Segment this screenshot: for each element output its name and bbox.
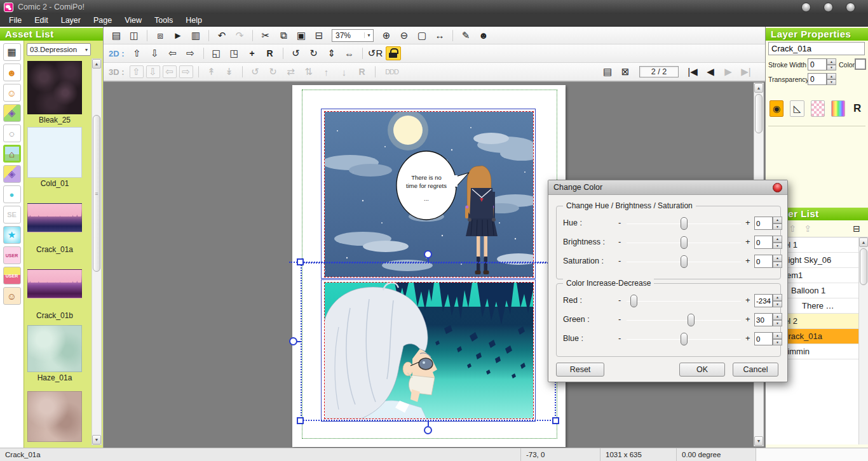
spin-down-icon[interactable]: ▼ [773,301,782,308]
move-layer-up-icon[interactable]: ⇧ [786,222,799,235]
dialog-close-button[interactable] [773,183,782,192]
saturation-stepper[interactable]: ▲▼ [754,255,782,268]
item-3d-category-icon[interactable]: ◈ [3,104,21,122]
hue-slider[interactable] [627,215,741,232]
layer-name-field[interactable] [768,42,865,55]
flip-vertical-icon[interactable]: ⇕ [324,46,339,60]
brightness-slider[interactable] [627,234,741,251]
red-stepper[interactable]: ▲▼ [754,294,782,307]
face-front-icon[interactable]: ↑ [319,65,334,79]
scale-down-3d-icon[interactable]: ↡ [222,65,237,79]
brightness-value[interactable] [754,236,773,249]
green-slider[interactable] [627,312,741,328]
scrollbar-thumb[interactable]: ≡ [93,115,100,272]
maximize-button[interactable] [824,3,833,12]
new-page-icon[interactable]: ▤ [600,65,615,79]
menu-tools[interactable]: Tools [148,15,179,26]
slider-handle[interactable] [630,295,637,307]
spin-down-icon[interactable]: ▼ [827,79,836,86]
dialog-title-bar[interactable]: Change Color [548,180,787,195]
reset-pose-icon[interactable]: R [355,65,370,79]
water-drop-category-icon[interactable]: ● [3,185,21,203]
spin-down-icon[interactable]: ▼ [827,65,836,71]
slider-handle[interactable] [688,314,695,326]
spin-down-icon[interactable]: ▼ [773,339,782,346]
spin-down-icon[interactable]: ▼ [773,224,782,230]
asset-thumbnail[interactable] [27,127,82,178]
last-page-icon[interactable]: ▶| [738,65,754,79]
menu-view[interactable]: View [118,15,148,26]
asset-thumbnail[interactable] [27,269,82,298]
slider-handle[interactable] [681,217,688,230]
close-button[interactable] [846,3,855,12]
selection-rotate-handle-top[interactable] [424,250,432,258]
move-down-icon[interactable]: ⇩ [147,46,163,60]
selection-handle-top-left[interactable] [297,258,304,265]
first-page-icon[interactable]: |◀ [685,65,700,79]
asset-item[interactable] [27,391,82,443]
asset-thumbnail[interactable] [27,203,82,232]
asset-item[interactable]: Cold_01 [27,127,82,188]
zoom-combo[interactable]: 37% ▾ [332,29,374,42]
blue-value[interactable] [754,332,773,345]
scroll-up-icon[interactable]: ▲ [859,237,868,247]
spin-up-icon[interactable]: ▲ [773,294,782,301]
selection-handle-bottom-left[interactable] [297,417,304,424]
layout-category-icon[interactable]: ▦ [3,43,21,61]
selection-rect[interactable] [301,262,556,421]
flip-horizontal-icon[interactable]: ⇔ [342,46,357,60]
spin-down-icon[interactable]: ▼ [773,243,782,250]
asset-thumbnail[interactable] [27,61,82,114]
delete-layer-icon[interactable]: ⊟ [850,222,863,235]
spin-up-icon[interactable]: ▲ [773,255,782,262]
zoom-in-icon[interactable]: ⊕ [379,29,394,43]
fit-width-icon[interactable]: ↔ [432,29,447,43]
paste-icon[interactable]: ▣ [294,29,309,43]
transparency-value[interactable] [808,73,827,85]
print-icon[interactable]: ▥ [188,29,203,43]
balloon-category-icon[interactable]: ◌ [3,124,21,142]
brightness-stepper[interactable]: ▲▼ [754,236,782,249]
prev-page-icon[interactable]: ◀ [703,65,718,79]
select-tool-icon[interactable]: ► [170,29,186,43]
saturation-slider[interactable] [627,253,741,270]
hue-stepper[interactable]: ▲▼ [754,217,782,230]
delete-icon[interactable]: ⊟ [311,29,327,43]
spin-down-icon[interactable]: ▼ [773,262,782,269]
spin-up-icon[interactable]: ▲ [827,73,836,79]
item-2d-category-icon[interactable]: ◈ [3,165,21,183]
saturation-value[interactable] [754,255,773,268]
scroll-up-icon[interactable]: ▲ [754,83,763,93]
spin-up-icon[interactable]: ▲ [773,313,782,320]
menu-file[interactable]: File [3,15,28,26]
move-left-3d-icon[interactable]: ⇦ [163,65,177,78]
scale-up-icon[interactable]: ◱ [209,46,224,60]
free-move-icon[interactable]: + [245,46,260,60]
save-icon[interactable]: ◫ [126,29,142,43]
red-value[interactable] [754,294,773,307]
selection-handle-bottom-right[interactable] [552,417,559,424]
spin-up-icon[interactable]: ▲ [827,58,836,65]
reset-properties-icon[interactable]: R [850,100,864,117]
scroll-down-icon[interactable]: ▼ [92,435,101,444]
asset-item[interactable]: Crack_01b [27,259,82,320]
export-3d-icon[interactable]: ⧈ [153,29,168,43]
fit-page-icon[interactable]: ▢ [414,29,430,43]
asset-category-dropdown[interactable]: 03.Depression ▾ [27,43,91,56]
rotate-cw-icon[interactable]: ↻ [306,46,322,60]
character-category-icon[interactable]: ☻ [3,63,21,81]
layer-list-scrollbar[interactable]: ▲ [858,237,868,444]
scale-down-icon[interactable]: ◳ [227,46,242,60]
rotate-body-right-icon[interactable]: ↻ [266,65,281,79]
tilt-body-icon[interactable]: ⇅ [301,65,316,79]
gradient-fill-icon[interactable] [831,100,845,117]
reset-rotation-icon[interactable]: ↺R [368,46,383,60]
hue-value[interactable] [754,217,773,230]
chevron-down-icon[interactable]: ▾ [364,32,373,38]
redo-icon[interactable]: ↷ [232,29,247,43]
balloon-tail-icon[interactable]: ◺ [790,100,804,117]
selection-handle-mid-bottom[interactable] [424,426,432,434]
turn-body-icon[interactable]: ⇄ [283,65,299,79]
sample-character-category-icon[interactable]: ☺ [3,287,21,305]
slider-handle[interactable] [681,255,688,268]
